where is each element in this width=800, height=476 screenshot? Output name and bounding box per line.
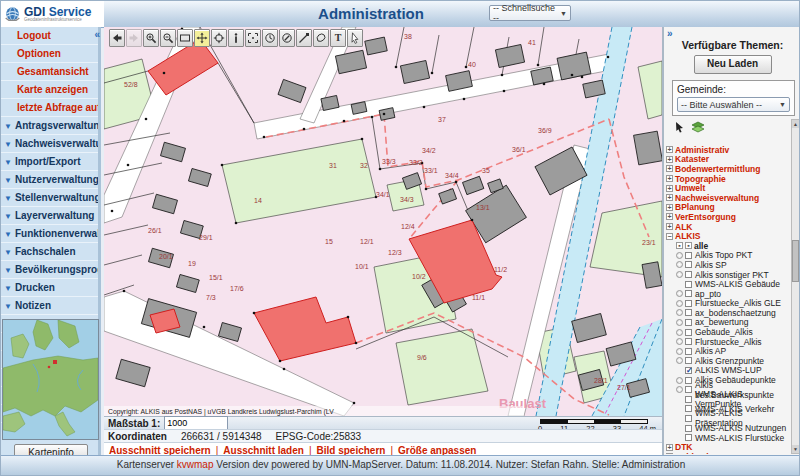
layer-item-wms-alkis-nutzungen[interactable]: WMS-ALKIS Nutzungen <box>666 423 790 433</box>
layer-checkbox[interactable] <box>685 300 692 307</box>
map-viewport[interactable]: T <box>104 27 662 416</box>
layer-item-alkis-sp[interactable]: Alkis SP <box>666 260 790 270</box>
layer-checkbox[interactable] <box>685 319 692 326</box>
layer-radio[interactable] <box>676 309 683 316</box>
layer-radio[interactable] <box>676 377 683 384</box>
expand-box-icon[interactable]: + <box>666 444 673 451</box>
layer-radio[interactable] <box>676 290 683 297</box>
history-back-button[interactable] <box>109 29 125 47</box>
sidebar-item-fachschalen[interactable]: ▼Fachschalen <box>1 243 98 261</box>
collapse-box-icon[interactable]: − <box>666 233 673 240</box>
map-canvas[interactable]: 52/838404137313233/333/233/134/234/43536… <box>104 27 662 416</box>
layer-checkbox[interactable] <box>685 405 692 412</box>
pan-button[interactable] <box>194 29 210 47</box>
scroll-up-icon[interactable]: ▲ <box>792 120 799 128</box>
layer-radio[interactable] <box>676 271 683 278</box>
layer-item-wms-alkis-geb-ude[interactable]: WMS-ALKIS Gebäude <box>666 279 790 289</box>
layer-item-alle[interactable]: ▪▪alle <box>666 241 790 251</box>
layer-item-wms-alkis-pr-sentation[interactable]: WMS-ALKIS Präsentation <box>666 414 790 424</box>
sidebar-link-optionen[interactable]: Optionen <box>1 45 98 63</box>
layer-item-wms-alkis-flurst-cke[interactable]: WMS-ALKIS Flurstücke <box>666 433 790 443</box>
scroll-down-icon[interactable]: ▼ <box>792 445 799 453</box>
layer-checkbox[interactable] <box>685 290 692 297</box>
sidebar-link-karte-anzeigen[interactable]: Karte anzeigen <box>1 81 98 99</box>
layer-checkbox[interactable] <box>685 252 692 259</box>
sidebar-link-gesamtansicht[interactable]: Gesamtansicht <box>1 63 98 81</box>
expand-box-icon[interactable]: + <box>666 185 673 192</box>
sidebar-item-layerverwaltung[interactable]: ▼Layerverwaltung <box>1 207 98 225</box>
expand-box-icon[interactable]: + <box>666 175 673 182</box>
sidebar-collapse-icon[interactable]: « <box>94 29 100 40</box>
sidebar-link-logout[interactable]: Logout <box>1 27 98 45</box>
reload-themes-button[interactable]: Neu Laden <box>694 55 772 74</box>
panel-collapse-icon[interactable]: » <box>667 28 673 39</box>
expand-box-icon[interactable]: + <box>666 146 673 153</box>
layer-checkbox[interactable] <box>685 434 692 441</box>
layer-checkbox[interactable] <box>685 329 692 336</box>
layer-item-ap-pto[interactable]: ap_pto <box>666 289 790 299</box>
layer-radio[interactable] <box>676 338 683 345</box>
layer-item-ax-bewertung[interactable]: ax_bewertung <box>666 318 790 328</box>
layer-item-alkis-wms-lup[interactable]: ALKIS WMS-LUP <box>666 366 790 376</box>
theme-category-umwelt[interactable]: +Umwelt <box>666 183 790 193</box>
legend-layers-icon[interactable] <box>691 121 705 133</box>
layer-item-alkis-grenzpunkte[interactable]: Alkis Grenzpunkte <box>666 356 790 366</box>
edit-geometry-button[interactable] <box>279 29 295 47</box>
sidebar-item-import-export[interactable]: ▼Import/Export <box>1 153 98 171</box>
layer-radio[interactable] <box>676 300 683 307</box>
layer-checkbox[interactable] <box>685 396 692 403</box>
theme-category-dtk[interactable]: +DTK <box>666 442 790 452</box>
layer-item-flurstuecke-alkis[interactable]: Flurstuecke_Alkis <box>666 337 790 347</box>
layer-radio[interactable] <box>676 319 683 326</box>
layer-radio[interactable] <box>676 329 683 336</box>
theme-category-administrativ[interactable]: +Administrativ <box>666 145 790 155</box>
sidebar-link-letzte-abfrage-aufrufen[interactable]: letzte Abfrage aufrufen <box>1 99 98 117</box>
sidebar-item-nachweisverwaltung[interactable]: ▼Nachweisverwaltung <box>1 135 98 153</box>
gemeinde-select[interactable]: -- Bitte Auswählen --▼ <box>677 97 790 112</box>
quick-search-select[interactable]: -- Schnellsuche --▼ <box>489 5 571 21</box>
layer-item-alkis-sonstiger-pkt[interactable]: Alkis sonstiger PKT <box>666 270 790 280</box>
sidebar-item-bev-lkerungsprognose[interactable]: ▼Bevölkerungsprognose <box>1 261 98 279</box>
layer-item-alkis-topo-pkt[interactable]: Alkis Topo PKT <box>666 251 790 261</box>
query-cursor-icon[interactable] <box>674 121 686 133</box>
layer-radio[interactable] <box>676 357 683 364</box>
draw-line-button[interactable] <box>296 29 312 47</box>
uncheck-all-box-icon[interactable]: ▪ <box>685 242 692 249</box>
layer-checkbox[interactable] <box>685 425 692 432</box>
layer-checkbox[interactable] <box>685 386 692 393</box>
themes-scrollbar[interactable]: ▲ ▼ <box>791 119 800 454</box>
sidebar-item-notizen[interactable]: ▼Notizen <box>1 297 98 315</box>
sidebar-item-drucken[interactable]: ▼Drucken <box>1 279 98 297</box>
theme-category-verentsorgung[interactable]: +VerEntsorgung <box>666 212 790 222</box>
point-query-button[interactable] <box>228 29 244 47</box>
layer-item-alkis-ap[interactable]: Alkis AP <box>666 346 790 356</box>
layer-item-ax-bodenschaetzung[interactable]: ax_bodenschaetzung <box>666 308 790 318</box>
draw-polygon-button[interactable] <box>313 29 329 47</box>
theme-category-nachweisverwaltung[interactable]: +Nachweisverwaltung <box>666 193 790 203</box>
zoom-in-button[interactable] <box>143 29 159 47</box>
layer-checkbox[interactable] <box>685 367 692 374</box>
sidebar-item-stellenverwaltung[interactable]: ▼Stellenverwaltung <box>1 189 98 207</box>
add-text-button[interactable]: T <box>330 29 346 47</box>
layer-checkbox[interactable] <box>685 309 692 316</box>
layer-checkbox[interactable] <box>685 338 692 345</box>
sidebar-item-nutzerverwaltung[interactable]: ▼Nutzerverwaltung <box>1 171 98 189</box>
expand-box-icon[interactable]: + <box>666 165 673 172</box>
theme-category-gebietskarten[interactable]: +Gebietskarten <box>666 452 790 454</box>
rectangle-query-button[interactable] <box>245 29 261 47</box>
layer-checkbox[interactable] <box>685 348 692 355</box>
layer-checkbox[interactable] <box>685 415 692 422</box>
expand-box-icon[interactable]: + <box>666 223 673 230</box>
expand-box-icon[interactable]: + <box>666 156 673 163</box>
expand-box-icon[interactable]: + <box>666 194 673 201</box>
expand-box-icon[interactable]: + <box>666 213 673 220</box>
layer-checkbox[interactable] <box>685 357 692 364</box>
layer-item-flurstuecke-alkis-gle[interactable]: Flurstuecke_Alkis GLE <box>666 299 790 309</box>
check-all-box-icon[interactable]: ▪ <box>676 242 683 249</box>
layer-checkbox[interactable] <box>685 377 692 384</box>
theme-category-bplanung[interactable]: +BPlanung <box>666 203 790 213</box>
zoom-rectangle-button[interactable] <box>177 29 193 47</box>
sidebar-item-funktionenverwaltung[interactable]: ▼Funktionenverwaltung <box>1 225 98 243</box>
theme-category-bodenwertermittlung[interactable]: +Bodenwertermittlung <box>666 164 790 174</box>
theme-category-topographie[interactable]: +Topographie <box>666 174 790 184</box>
